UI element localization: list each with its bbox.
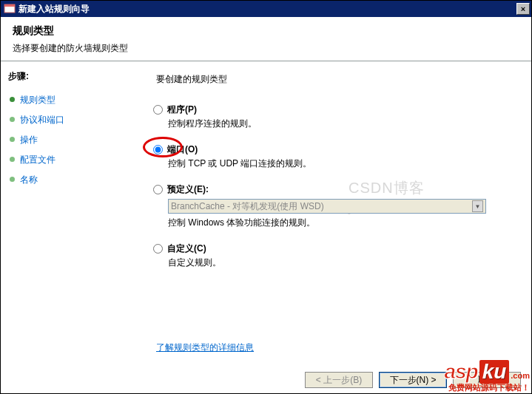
wizard-header: 规则类型 选择要创建的防火墙规则类型 bbox=[1, 17, 531, 61]
page-title: 规则类型 bbox=[13, 24, 519, 38]
step-protocol-port[interactable]: 协议和端口 bbox=[8, 110, 134, 130]
option-port-row[interactable]: 端口(O) bbox=[153, 143, 516, 156]
close-button[interactable]: × bbox=[516, 3, 530, 15]
radio-program[interactable] bbox=[153, 105, 163, 115]
label-port: 端口(O) bbox=[167, 143, 198, 156]
steps-title: 步骤: bbox=[8, 70, 134, 83]
radio-custom[interactable] bbox=[153, 244, 163, 254]
window-title: 新建入站规则向导 bbox=[18, 3, 516, 16]
label-predefined: 预定义(E): bbox=[167, 183, 209, 196]
step-action[interactable]: 操作 bbox=[8, 130, 134, 150]
option-program: 程序(P) 控制程序连接的规则。 bbox=[153, 103, 516, 130]
option-program-row[interactable]: 程序(P) bbox=[153, 103, 516, 116]
chevron-down-icon: ▼ bbox=[472, 200, 483, 212]
cancel-button[interactable]: 取消 bbox=[453, 372, 521, 388]
titlebar: 新建入站规则向导 × bbox=[1, 1, 531, 17]
wizard-buttons: < 上一步(B) 下一步(N) > 取消 bbox=[305, 372, 521, 388]
rule-type-options: 程序(P) 控制程序连接的规则。 端口(O) 控制 TCP 或 UDP 端口连接… bbox=[153, 103, 516, 269]
option-custom-row[interactable]: 自定义(C) bbox=[153, 242, 516, 255]
help-link[interactable]: 了解规则类型的详细信息 bbox=[156, 342, 254, 353]
option-port: 端口(O) 控制 TCP 或 UDP 端口连接的规则。 bbox=[153, 143, 516, 170]
dropdown-value: BranchCache - 对等机发现(使用 WSD) bbox=[171, 200, 324, 213]
help-link-row: 了解规则类型的详细信息 bbox=[156, 342, 254, 354]
wizard-window: 新建入站规则向导 × 规则类型 选择要创建的防火墙规则类型 步骤: 规则类型 协… bbox=[0, 0, 532, 394]
option-custom: 自定义(C) 自定义规则。 bbox=[153, 242, 516, 269]
page-subtitle: 选择要创建的防火墙规则类型 bbox=[13, 42, 519, 55]
svg-rect-1 bbox=[4, 4, 15, 7]
radio-predefined[interactable] bbox=[153, 185, 163, 194]
step-rule-type[interactable]: 规则类型 bbox=[8, 90, 134, 110]
desc-custom: 自定义规则。 bbox=[168, 257, 516, 269]
wizard-body: 步骤: 规则类型 协议和端口 操作 配置文件 名称 CSDN博客jindou91… bbox=[1, 61, 531, 394]
label-custom: 自定义(C) bbox=[167, 242, 206, 255]
desc-predefined: 控制 Windows 体验功能连接的规则。 bbox=[168, 217, 516, 229]
content-title: 要创建的规则类型 bbox=[156, 73, 516, 86]
radio-port[interactable] bbox=[153, 145, 163, 154]
predefined-dropdown[interactable]: BranchCache - 对等机发现(使用 WSD) ▼ bbox=[168, 199, 486, 214]
content-panel: CSDN博客jindou910376274 要创建的规则类型 程序(P) 控制程… bbox=[141, 61, 531, 394]
desc-program: 控制程序连接的规则。 bbox=[168, 118, 516, 130]
steps-sidebar: 步骤: 规则类型 协议和端口 操作 配置文件 名称 bbox=[1, 61, 141, 394]
next-button[interactable]: 下一步(N) > bbox=[379, 372, 447, 388]
desc-port: 控制 TCP 或 UDP 端口连接的规则。 bbox=[168, 157, 516, 170]
step-name[interactable]: 名称 bbox=[8, 170, 134, 190]
step-list: 规则类型 协议和端口 操作 配置文件 名称 bbox=[8, 90, 134, 190]
back-button[interactable]: < 上一步(B) bbox=[305, 372, 373, 388]
app-icon bbox=[4, 3, 16, 15]
option-predefined-row[interactable]: 预定义(E): bbox=[153, 183, 516, 196]
step-profile[interactable]: 配置文件 bbox=[8, 150, 134, 170]
option-predefined: 预定义(E): BranchCache - 对等机发现(使用 WSD) ▼ 控制… bbox=[153, 183, 516, 229]
label-program: 程序(P) bbox=[167, 103, 197, 116]
